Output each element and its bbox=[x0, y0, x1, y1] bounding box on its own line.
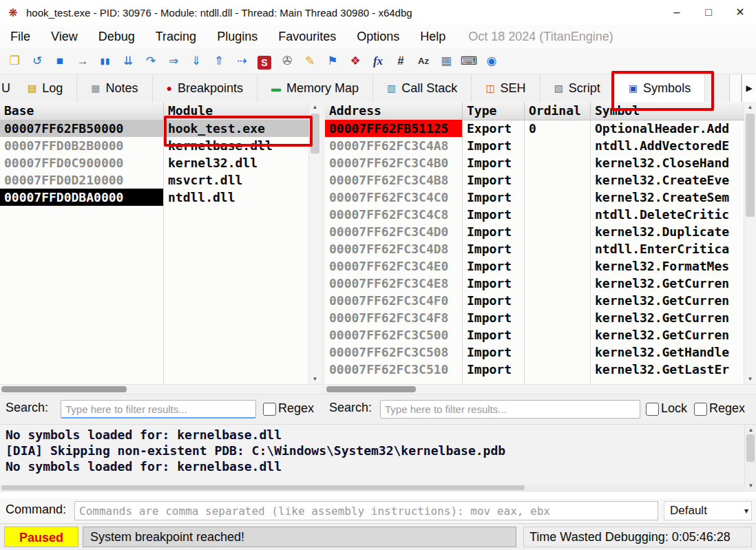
scroll-up-icon[interactable]: ▲ bbox=[309, 102, 321, 112]
run-to-user-code-icon[interactable]: ⇓ bbox=[186, 52, 207, 71]
symbols-col-type[interactable]: Type bbox=[463, 102, 525, 120]
scroll-up-icon[interactable]: ▲ bbox=[744, 102, 756, 112]
execute-till-return-icon[interactable]: ⇒ bbox=[163, 52, 184, 71]
symbols-hscrollbar[interactable] bbox=[325, 384, 756, 394]
symbol-row[interactable]: 00007FF62FC3C4D8Importntdll.EnterCritica bbox=[325, 240, 744, 257]
symbol-row[interactable]: 00007FF62FC3C4E0Importkernel32.FormatMes bbox=[325, 257, 744, 275]
modules-col-module[interactable]: Module bbox=[164, 102, 309, 120]
minimize-button[interactable]: – bbox=[661, 0, 693, 25]
symbols-search-input[interactable] bbox=[380, 400, 640, 419]
memory-icon[interactable]: ▦ bbox=[436, 52, 456, 71]
symbol-row[interactable]: 00007FF62FC3C4E8Importkernel32.GetCurren bbox=[325, 275, 744, 292]
symbol-row[interactable]: 00007FF62FB51125Export0OptionalHeader.Ad… bbox=[325, 120, 744, 137]
step-into-icon[interactable]: ⇊ bbox=[118, 52, 138, 71]
log-hscroll-thumb[interactable] bbox=[1, 485, 525, 490]
step-out-icon[interactable]: ⇑ bbox=[209, 52, 229, 71]
labels-icon[interactable]: ⚑ bbox=[322, 52, 343, 71]
menu-item-view[interactable]: View bbox=[41, 25, 88, 48]
stop-icon[interactable]: ■ bbox=[50, 52, 70, 71]
symbol-row[interactable]: 00007FF62FC3C4D0Importkernel32.Duplicate bbox=[325, 223, 744, 240]
command-history-dropdown[interactable]: Default ▾ bbox=[664, 501, 752, 520]
symbols-vscrollbar[interactable]: ▲ ▼ bbox=[744, 102, 756, 384]
tab-memory-map[interactable]: ▬Memory Map bbox=[258, 74, 373, 102]
symbol-row[interactable]: 00007FF62FC3C510Importkernel32.GetLastEr bbox=[325, 361, 744, 378]
modules-hscrollbar[interactable] bbox=[0, 384, 321, 394]
maximize-button[interactable]: □ bbox=[693, 0, 724, 25]
menu-item-plugins[interactable]: Plugins bbox=[207, 25, 268, 48]
scroll-down-icon[interactable]: ▼ bbox=[745, 480, 756, 491]
modules-vscroll-thumb[interactable] bbox=[311, 114, 319, 154]
log-vscrollbar[interactable]: ▲ ▼ bbox=[744, 425, 756, 491]
scroll-up-icon[interactable]: ▲ bbox=[745, 425, 756, 435]
calculator-icon[interactable]: ⌨ bbox=[459, 52, 479, 71]
step-over-icon[interactable]: ↷ bbox=[140, 52, 161, 71]
module-row[interactable]: 00007FFD0D210000msvcrt.dll bbox=[0, 171, 309, 189]
source-icon[interactable]: S bbox=[258, 56, 271, 70]
menu-item-favourites[interactable]: Favourites bbox=[268, 25, 346, 48]
patches-icon[interactable]: ✇ bbox=[277, 52, 297, 71]
tab-notes[interactable]: ▦Notes bbox=[77, 74, 152, 102]
close-button[interactable]: ✕ bbox=[724, 0, 756, 25]
bookmarks-icon[interactable]: ❖ bbox=[345, 52, 366, 71]
symbols-col-ordinal[interactable]: Ordinal bbox=[525, 102, 591, 120]
menu-item-tracing[interactable]: Tracing bbox=[145, 25, 207, 48]
scroll-down-icon[interactable]: ▼ bbox=[744, 374, 756, 384]
tab-call-stack[interactable]: ▥Call Stack bbox=[373, 74, 472, 102]
symbol-row[interactable]: 00007FF62FC3C4C8Importntdll.DeleteCritic bbox=[325, 206, 744, 223]
menu-item-file[interactable]: File bbox=[0, 25, 41, 48]
symbol-log-area[interactable]: No symbols loaded for: kernelbase.dll[DI… bbox=[0, 424, 756, 491]
pause-icon[interactable]: ▮▮ bbox=[95, 52, 116, 71]
symbols-hscroll-thumb[interactable] bbox=[326, 386, 416, 392]
symbols-col-address[interactable]: Address bbox=[325, 102, 463, 120]
run-icon[interactable]: → bbox=[72, 52, 93, 71]
scroll-down-icon[interactable]: ▼ bbox=[309, 374, 321, 384]
menu-item-debug[interactable]: Debug bbox=[88, 25, 145, 48]
module-row[interactable]: 00007FFD0B2B0000kernelbase.dll bbox=[0, 137, 309, 154]
tab-symbols[interactable]: ▣Symbols bbox=[615, 74, 705, 102]
module-row[interactable]: 00007FFD0DBA0000ntdll.dll bbox=[0, 189, 309, 206]
symbol-ordinal-cell bbox=[525, 154, 591, 171]
symbols-col-symbol[interactable]: Symbol bbox=[591, 102, 744, 120]
menu-item-help[interactable]: Help bbox=[410, 25, 456, 48]
symbol-row[interactable]: 00007FF62FC3C508Importkernel32.GetHandle bbox=[325, 343, 744, 361]
tab-breakpoints[interactable]: ●Breakpoints bbox=[153, 74, 258, 102]
tab-notes-label: Notes bbox=[106, 81, 138, 96]
module-row[interactable]: 00007FF62FB50000hook_test.exe bbox=[0, 120, 309, 137]
tab-script[interactable]: ▧Script bbox=[540, 74, 615, 102]
symbol-row[interactable]: 00007FF62FC3C4B8Importkernel32.CreateEve bbox=[325, 171, 744, 189]
title-bar[interactable]: ❋ hook_test.exe - PID: 30976 - Module: n… bbox=[0, 0, 756, 25]
open-file-icon[interactable]: ❐ bbox=[4, 52, 25, 71]
symbols-regex-checkbox[interactable] bbox=[694, 403, 707, 416]
module-row[interactable]: 00007FFD0C900000kernel32.dll bbox=[0, 154, 309, 171]
symbol-address-cell: 00007FF62FB51125 bbox=[325, 120, 463, 137]
modules-vscrollbar[interactable]: ▲ ▼ bbox=[308, 102, 321, 384]
tab-cpu-partial[interactable]: U bbox=[0, 74, 14, 102]
tab-clipped-next[interactable] bbox=[729, 74, 742, 102]
symbol-row[interactable]: 00007FF62FC3C4A8Importntdll.AddVectoredE bbox=[325, 137, 744, 154]
modules-search-input[interactable] bbox=[61, 400, 256, 419]
restart-icon[interactable]: ↺ bbox=[27, 52, 48, 71]
modules-regex-checkbox[interactable] bbox=[263, 403, 276, 416]
tab-log[interactable]: ▤Log bbox=[14, 74, 77, 102]
symbol-row[interactable]: 00007FF62FC3C4B0Importkernel32.CloseHand bbox=[325, 154, 744, 171]
tab-scroll-right-button[interactable]: ▶ bbox=[742, 74, 756, 102]
modules-hscroll-thumb[interactable] bbox=[1, 386, 127, 392]
about-icon[interactable]: ◉ bbox=[481, 52, 502, 71]
functions-icon[interactable]: fx bbox=[368, 52, 388, 71]
symbol-row[interactable]: 00007FF62FC3C4C0Importkernel32.CreateSem bbox=[325, 189, 744, 206]
command-input[interactable] bbox=[74, 501, 658, 520]
animate-into-icon[interactable]: ⇢ bbox=[231, 52, 252, 71]
symbols-lock-checkbox[interactable] bbox=[646, 403, 659, 416]
modules-col-base[interactable]: Base bbox=[0, 102, 164, 120]
symbol-row[interactable]: 00007FF62FC3C500Importkernel32.GetCurren bbox=[325, 326, 744, 343]
symbols-vscroll-thumb[interactable] bbox=[746, 114, 755, 217]
log-hscrollbar[interactable] bbox=[0, 485, 745, 491]
crash-dump-icon[interactable]: # bbox=[390, 52, 411, 71]
comments-icon[interactable]: ✎ bbox=[300, 52, 320, 71]
symbol-row[interactable]: 00007FF62FC3C4F8Importkernel32.GetCurren bbox=[325, 309, 744, 326]
symbol-row[interactable]: 00007FF62FC3C4F0Importkernel32.GetCurren bbox=[325, 292, 744, 309]
tab-seh[interactable]: ◫SEH bbox=[472, 74, 540, 102]
strings-icon[interactable]: Az bbox=[413, 52, 434, 71]
menu-item-options[interactable]: Options bbox=[346, 25, 410, 48]
log-vscroll-thumb[interactable] bbox=[746, 434, 755, 462]
